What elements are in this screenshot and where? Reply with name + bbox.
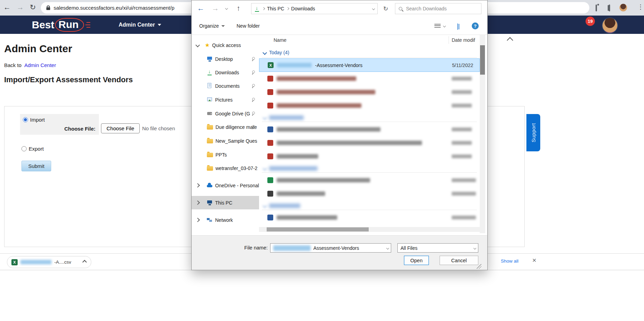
- breadcrumb-this-pc[interactable]: This PC: [267, 6, 284, 11]
- dialog-search-box[interactable]: [395, 3, 481, 14]
- support-tab[interactable]: Support: [526, 114, 540, 151]
- expand-chevron-icon[interactable]: [195, 218, 200, 222]
- combo-chevron-icon[interactable]: [473, 246, 476, 249]
- address-dropdown-chevron-icon[interactable]: [372, 7, 375, 10]
- open-button[interactable]: Open: [404, 256, 429, 265]
- expand-chevron-icon[interactable]: [195, 183, 200, 188]
- browser-reload-icon[interactable]: ↻: [30, 3, 36, 11]
- file-icon: [267, 89, 273, 95]
- sidebar-item-google-drive[interactable]: Google Drive (G: [192, 107, 259, 120]
- organize-button[interactable]: Organize: [199, 17, 225, 35]
- view-options-chevron-icon[interactable]: [443, 25, 446, 27]
- file-row-redacted[interactable]: [259, 123, 480, 136]
- sidebar-item-ppts[interactable]: PPTs: [192, 148, 259, 161]
- expand-chevron-icon[interactable]: [195, 200, 200, 205]
- file-row-redacted[interactable]: [259, 136, 480, 150]
- sidebar-item-this-pc[interactable]: This PC: [192, 196, 259, 209]
- breadcrumb-downloads[interactable]: Downloads: [291, 6, 315, 11]
- sidebar-item-onedrive[interactable]: OneDrive - Personal: [192, 179, 259, 192]
- show-all-downloads-link[interactable]: Show all: [501, 258, 518, 264]
- view-list-icon[interactable]: [434, 24, 441, 28]
- import-radio[interactable]: [23, 117, 28, 122]
- vertical-scrollbar[interactable]: [480, 35, 485, 233]
- recent-locations-chevron-icon[interactable]: [225, 7, 228, 10]
- file-type-combobox[interactable]: All Files: [397, 243, 478, 253]
- file-icon: [267, 103, 273, 108]
- group-header-redacted[interactable]: [259, 113, 304, 122]
- dialog-footer: File name: Assessment-Vendors All Files …: [192, 235, 487, 270]
- horizontal-scrollbar[interactable]: [259, 227, 480, 232]
- column-date-modified[interactable]: Date modif: [452, 37, 475, 43]
- resize-grip[interactable]: [477, 264, 481, 269]
- sidebar-item-quick-access[interactable]: ★ Quick access: [192, 38, 259, 52]
- import-radio-row[interactable]: Import: [23, 117, 45, 123]
- sidebar-item-pictures[interactable]: Pictures: [192, 93, 259, 106]
- dialog-forward-icon[interactable]: →: [212, 4, 219, 12]
- file-row-redacted[interactable]: [259, 150, 480, 163]
- horizontal-scrollbar-thumb[interactable]: [267, 227, 369, 232]
- export-radio-row[interactable]: Export: [21, 146, 44, 152]
- group-header-redacted[interactable]: [259, 164, 318, 173]
- dialog-address-bar[interactable]: This PC Downloads: [251, 3, 378, 14]
- sidebar-item-downloads[interactable]: Downloads: [192, 66, 259, 79]
- sidebar-item-network[interactable]: Network: [192, 213, 259, 227]
- sidebar-item-new-sample[interactable]: New_Sample Ques: [192, 134, 259, 148]
- user-avatar[interactable]: [602, 17, 618, 34]
- redacted-file-name: [277, 90, 375, 94]
- column-name[interactable]: Name: [274, 37, 286, 43]
- site-security-lock-icon[interactable]: [46, 7, 50, 10]
- cancel-button[interactable]: Cancel: [440, 256, 478, 265]
- collapse-chevron[interactable]: [508, 38, 512, 44]
- file-row-redacted[interactable]: [259, 85, 480, 99]
- submit-button[interactable]: Submit: [21, 161, 51, 171]
- group-header-today[interactable]: Today (4): [259, 48, 289, 57]
- redacted-file-name: [277, 191, 325, 196]
- redacted-file-name: [20, 260, 52, 264]
- file-row-redacted[interactable]: [259, 187, 480, 200]
- browser-forward-icon[interactable]: →: [17, 3, 24, 11]
- sidebar-item-desktop[interactable]: Desktop: [192, 52, 259, 66]
- browser-back-icon[interactable]: ←: [3, 3, 11, 11]
- dialog-refresh-icon[interactable]: ↻: [380, 3, 392, 14]
- desktop-icon: [207, 56, 213, 62]
- section-title: Import/Export Assessment Vendors: [4, 75, 133, 84]
- pin-icon: [251, 70, 256, 75]
- group-label: Today (4): [269, 50, 289, 55]
- file-row-selected[interactable]: -Assessment-Vendors 5/11/2022: [259, 58, 480, 72]
- file-name-combobox[interactable]: Assessment-Vendors: [270, 243, 391, 253]
- search-input[interactable]: [405, 6, 472, 12]
- file-row-redacted[interactable]: [259, 99, 480, 112]
- choose-file-button[interactable]: Choose File: [101, 123, 140, 133]
- vertical-scrollbar-thumb[interactable]: [480, 45, 485, 75]
- group-header-redacted[interactable]: [259, 201, 300, 210]
- dialog-back-icon[interactable]: ←: [197, 4, 204, 12]
- sidebar-item-documents[interactable]: Documents: [192, 79, 259, 93]
- admin-center-menu[interactable]: Admin Center: [119, 16, 161, 34]
- side-panel-icon[interactable]: [609, 4, 610, 11]
- help-icon[interactable]: [472, 22, 479, 29]
- dialog-up-icon[interactable]: ↑: [237, 4, 240, 12]
- file-row-redacted[interactable]: [259, 72, 480, 85]
- sidebar-item-wetransfer[interactable]: wetransfer_03-07-2: [192, 161, 259, 175]
- admin-center-link[interactable]: Admin Center: [24, 62, 56, 68]
- browser-menu-icon[interactable]: ⋮: [637, 4, 644, 10]
- column-separator[interactable]: [449, 36, 449, 44]
- group-divider: [262, 210, 477, 210]
- expand-chevron-icon[interactable]: [195, 43, 200, 47]
- file-row-redacted[interactable]: [259, 173, 480, 187]
- notification-badge[interactable]: 19: [586, 17, 595, 26]
- redacted-selection: [273, 245, 311, 251]
- file-row-redacted[interactable]: [259, 211, 480, 224]
- file-icon: [267, 215, 273, 220]
- group-collapse-chevron-icon[interactable]: [263, 50, 267, 55]
- sidebar-item-due-diligence[interactable]: Due diligence mate: [192, 120, 259, 134]
- preview-pane-icon[interactable]: [457, 23, 458, 30]
- combo-chevron-icon[interactable]: [386, 246, 389, 249]
- new-folder-button[interactable]: New folder: [237, 17, 260, 35]
- extensions-icon[interactable]: [596, 4, 597, 11]
- chip-expand-chevron-icon[interactable]: [82, 260, 87, 264]
- browser-profile-avatar[interactable]: [619, 4, 627, 11]
- close-shelf-icon[interactable]: ×: [532, 256, 536, 264]
- export-radio[interactable]: [21, 146, 27, 151]
- downloaded-file-chip[interactable]: -A....csv: [7, 256, 91, 268]
